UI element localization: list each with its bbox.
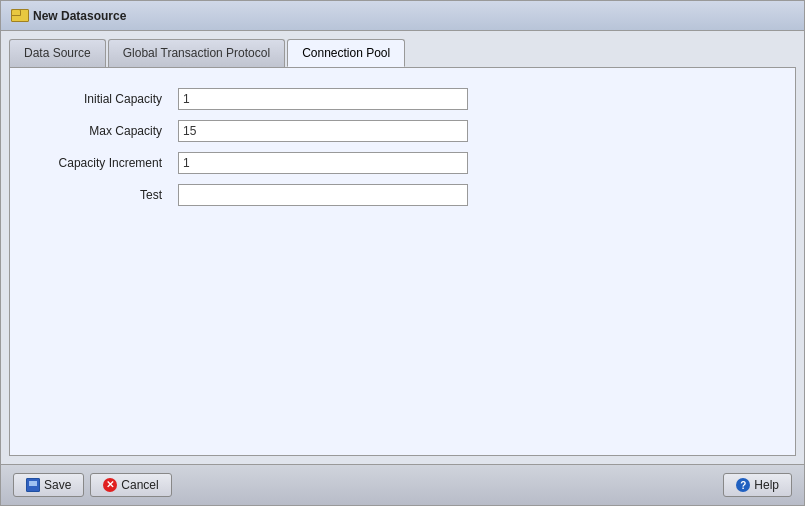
cancel-button[interactable]: ✕ Cancel	[90, 473, 171, 497]
cancel-icon: ✕	[103, 478, 117, 492]
test-label: Test	[40, 188, 170, 202]
test-input[interactable]	[178, 184, 468, 206]
capacity-increment-input[interactable]	[178, 152, 468, 174]
initial-capacity-label: Initial Capacity	[40, 92, 170, 106]
save-button[interactable]: Save	[13, 473, 84, 497]
tab-panel-connection-pool: Initial Capacity Max Capacity Capacity I…	[9, 67, 796, 456]
main-window: New Datasource Data Source Global Transa…	[0, 0, 805, 506]
max-capacity-label: Max Capacity	[40, 124, 170, 138]
max-capacity-input[interactable]	[178, 120, 468, 142]
footer-right-buttons: ? Help	[723, 473, 792, 497]
tabs-bar: Data Source Global Transaction Protocol …	[9, 39, 796, 67]
connection-pool-form: Initial Capacity Max Capacity Capacity I…	[40, 88, 765, 206]
initial-capacity-input[interactable]	[178, 88, 468, 110]
capacity-increment-label: Capacity Increment	[40, 156, 170, 170]
content-area: Data Source Global Transaction Protocol …	[1, 31, 804, 464]
datasource-icon	[11, 8, 27, 24]
title-bar: New Datasource	[1, 1, 804, 31]
tab-global-transaction-protocol[interactable]: Global Transaction Protocol	[108, 39, 285, 67]
footer-left-buttons: Save ✕ Cancel	[13, 473, 172, 497]
tab-data-source[interactable]: Data Source	[9, 39, 106, 67]
tab-connection-pool[interactable]: Connection Pool	[287, 39, 405, 67]
window-title: New Datasource	[33, 9, 126, 23]
footer: Save ✕ Cancel ? Help	[1, 464, 804, 505]
help-icon: ?	[736, 478, 750, 492]
help-button[interactable]: ? Help	[723, 473, 792, 497]
save-icon	[26, 478, 40, 492]
